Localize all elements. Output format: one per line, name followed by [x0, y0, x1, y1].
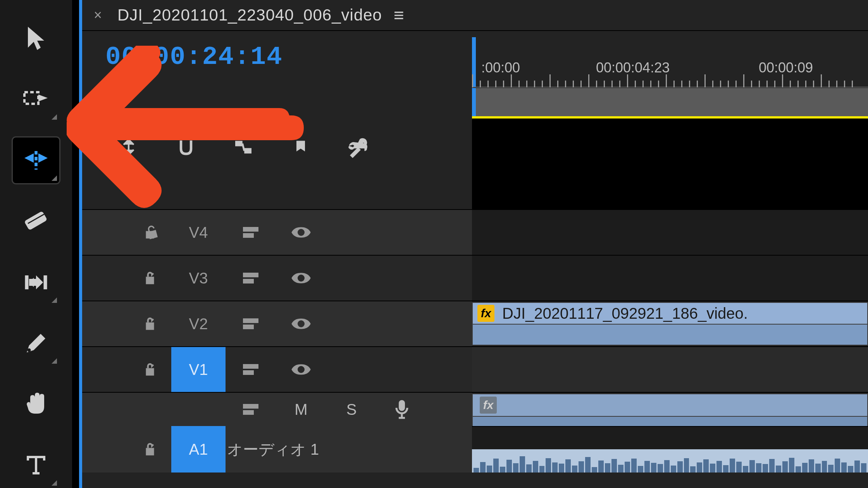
- track-lane-v3[interactable]: [472, 255, 868, 301]
- svg-rect-18: [146, 368, 154, 376]
- svg-rect-8: [243, 233, 254, 238]
- track-lane-v4[interactable]: [472, 209, 868, 255]
- track-lane-a1-wave[interactable]: [472, 426, 868, 473]
- track-header-v3[interactable]: V3: [82, 255, 472, 301]
- svg-rect-22: [243, 404, 258, 409]
- svg-rect-15: [243, 318, 258, 323]
- lock-toggle[interactable]: [129, 270, 171, 286]
- svg-point-13: [298, 275, 305, 282]
- svg-rect-10: [146, 277, 154, 284]
- track-header-a1-top[interactable]: M S: [82, 392, 472, 426]
- track-label[interactable]: V4: [171, 210, 226, 255]
- current-timecode[interactable]: 00:00:24:14: [105, 43, 460, 72]
- fx-badge-icon[interactable]: fx: [480, 397, 497, 414]
- time-ruler[interactable]: :00:00 00:00:04:23 00:00:09: [472, 37, 868, 88]
- track-select-tool[interactable]: [13, 77, 59, 122]
- audio-waveform: [472, 449, 868, 473]
- tracks-area: V4 V3: [82, 209, 868, 473]
- svg-rect-19: [243, 364, 258, 369]
- panel-tab-bar: × DJI_20201101_223040_006_video ≡: [82, 0, 868, 31]
- marker-icon[interactable]: [289, 136, 312, 159]
- playhead-bar[interactable]: [472, 88, 476, 119]
- sequence-tab-title[interactable]: DJI_20201101_223040_006_video: [117, 6, 382, 24]
- svg-point-3: [28, 349, 31, 352]
- flyout-indicator-icon: [52, 480, 57, 486]
- sync-lock-toggle[interactable]: [226, 270, 276, 286]
- close-tab-button[interactable]: ×: [94, 7, 102, 23]
- timeline-options-row: [117, 136, 370, 159]
- sync-lock-toggle[interactable]: [226, 362, 276, 377]
- clip-name: DJI_20201117_092921_186_video.: [502, 305, 748, 322]
- svg-rect-0: [24, 92, 38, 104]
- work-area-bar[interactable]: [472, 88, 868, 119]
- mute-toggle[interactable]: M: [276, 401, 326, 418]
- svg-rect-12: [243, 279, 254, 284]
- track-visibility-toggle[interactable]: [276, 225, 326, 240]
- track-label[interactable]: V1: [171, 347, 226, 392]
- sync-lock-toggle[interactable]: [226, 402, 276, 417]
- svg-rect-7: [243, 227, 258, 232]
- timeline-header: 00:00:24:14: [82, 31, 868, 209]
- razor-tool[interactable]: [13, 199, 59, 244]
- svg-rect-14: [146, 323, 154, 330]
- track-visibility-toggle[interactable]: [276, 316, 326, 332]
- track-headers: V4 V3: [82, 209, 472, 473]
- panel-menu-button[interactable]: ≡: [394, 5, 404, 26]
- track-visibility-toggle[interactable]: [276, 270, 326, 286]
- snap-icon[interactable]: [174, 136, 198, 159]
- svg-rect-23: [243, 410, 254, 415]
- flyout-indicator-icon: [52, 358, 57, 364]
- track-lane-v2[interactable]: fx DJI_20201117_092921_186_video.: [472, 301, 868, 346]
- lock-toggle[interactable]: [129, 316, 171, 332]
- track-content-area[interactable]: fx DJI_20201117_092921_186_video. fx: [472, 209, 868, 473]
- sync-lock-toggle[interactable]: [226, 225, 276, 240]
- svg-point-9: [298, 229, 305, 236]
- pen-tool[interactable]: [13, 321, 59, 366]
- tools-sidebar: [0, 0, 72, 488]
- video-clip[interactable]: fx DJI_20201117_092921_186_video.: [472, 302, 868, 345]
- clip-body[interactable]: [473, 325, 867, 345]
- track-visibility-toggle[interactable]: [276, 362, 326, 377]
- svg-rect-20: [243, 370, 254, 375]
- lock-toggle[interactable]: [129, 441, 171, 457]
- svg-rect-4: [235, 141, 243, 146]
- ruler-ticks: [472, 74, 868, 88]
- insert-mode-icon[interactable]: [117, 136, 140, 159]
- track-header-v2[interactable]: V2: [82, 301, 472, 346]
- lock-toggle[interactable]: [129, 224, 171, 241]
- track-lane-a1-top[interactable]: fx: [472, 392, 868, 426]
- svg-rect-24: [399, 400, 405, 411]
- lock-toggle[interactable]: [129, 361, 171, 378]
- svg-rect-5: [244, 148, 251, 153]
- track-header-v1[interactable]: V1: [82, 346, 472, 392]
- track-label[interactable]: A1: [171, 426, 226, 473]
- svg-point-21: [298, 366, 305, 373]
- track-header-a1-bottom[interactable]: A1 オーディオ 1: [82, 426, 472, 473]
- slip-tool[interactable]: [13, 259, 59, 305]
- flyout-indicator-icon: [52, 297, 57, 303]
- linked-selection-icon[interactable]: [232, 136, 255, 159]
- audio-clip[interactable]: fx: [472, 393, 868, 426]
- settings-wrench-icon[interactable]: [346, 136, 370, 159]
- svg-rect-16: [243, 325, 254, 329]
- track-lane-v1[interactable]: [472, 346, 868, 392]
- svg-rect-25: [146, 448, 154, 455]
- track-label[interactable]: V2: [171, 301, 226, 346]
- svg-rect-11: [243, 273, 258, 277]
- selection-tool[interactable]: [13, 15, 59, 61]
- ripple-edit-tool[interactable]: [13, 137, 59, 183]
- type-tool[interactable]: [13, 443, 59, 488]
- voice-over-record[interactable]: [377, 399, 427, 420]
- timeline-black-gap: [472, 119, 868, 211]
- solo-toggle[interactable]: S: [326, 401, 377, 418]
- audio-track-name: オーディオ 1: [226, 439, 472, 460]
- svg-point-17: [298, 320, 305, 327]
- timeline-panel: × DJI_20201101_223040_006_video ≡ 00:00:…: [82, 0, 868, 488]
- track-label[interactable]: V3: [171, 256, 226, 301]
- sync-lock-toggle[interactable]: [226, 316, 276, 332]
- track-header-v4[interactable]: V4: [82, 209, 472, 255]
- fx-badge-icon[interactable]: fx: [477, 305, 494, 322]
- panel-divider[interactable]: [79, 0, 82, 488]
- hand-tool[interactable]: [13, 381, 59, 427]
- svg-rect-6: [146, 231, 154, 239]
